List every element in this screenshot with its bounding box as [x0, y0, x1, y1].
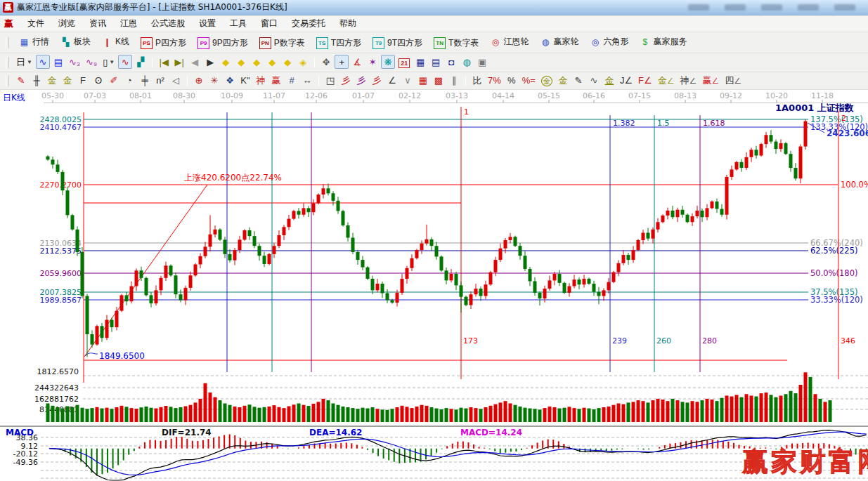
toolbar-parallel-lines-tool[interactable]: ∥ [447, 74, 461, 88]
menu-item-0[interactable]: 文件 [20, 17, 51, 29]
toolbar-v-lines-tool[interactable]: ∨ [401, 74, 415, 88]
toolbar-mirror-angle-tool[interactable]: ◁ [169, 74, 183, 88]
toolbar-fan-grid-tool[interactable]: 彡 [370, 74, 384, 88]
toolbar-last-page-button[interactable]: ▶| [172, 55, 186, 69]
toolbar-red-wave-tool[interactable]: ∿ [118, 55, 132, 69]
candle-style-dropdown-dropdown-arrow-icon[interactable]: ▼ [109, 59, 115, 65]
toolbar-span-arrow-tool[interactable]: ↔ [300, 74, 314, 88]
toolbar-feature-hexagon[interactable]: ◎六角形 [584, 34, 634, 50]
toolbar-percent-tool[interactable]: % [505, 74, 519, 88]
toolbar-feature-p-table[interactable]: PNP数字表 [254, 35, 311, 51]
menu-item-8[interactable]: 交易委托 [285, 17, 332, 29]
menu-item-4[interactable]: 公式选股 [144, 17, 192, 29]
toolbar-analysis-tool[interactable]: ❋ [381, 55, 395, 69]
toolbar-feature-gann-wheel[interactable]: ◎江恩轮 [484, 34, 534, 50]
toolbar-angle-lines-tool[interactable]: ∠ [385, 74, 399, 88]
period-day-dropdown-dropdown-arrow-icon[interactable]: ▼ [27, 59, 32, 65]
toolbar-feature-winner-service[interactable]: $赢家服务 [634, 34, 692, 50]
toolbar-time-cycle-tool[interactable]: ◔ [122, 74, 136, 88]
toolbar-grid-star-tool[interactable]: ❖ [223, 74, 237, 88]
menu-item-2[interactable]: 资讯 [82, 17, 113, 29]
toolbar-gold-angle-tool[interactable]: 金∠ [656, 74, 677, 88]
toolbar-tick-scale-tool[interactable]: ╪ [138, 74, 152, 88]
toolbar-gann-arrow-left[interactable]: ◆ [219, 55, 233, 69]
toolbar-wave9-tool[interactable]: ∿₉ [84, 55, 99, 69]
toolbar-fan-box-tool[interactable]: 彡 [354, 74, 368, 88]
toolbar-feature-t-square[interactable]: TST四方形 [311, 35, 367, 51]
toolbar-gann-compress[interactable]: ◆ [265, 55, 279, 69]
toolbar-number-grid-tool[interactable]: # [285, 74, 299, 88]
menu-item-3[interactable]: 江恩 [113, 17, 144, 29]
toolbar-feature-kline[interactable]: ❙K线 [96, 34, 135, 50]
menu-item-7[interactable]: 窗口 [254, 17, 285, 29]
toolbar-prev-button[interactable]: ◀ [188, 55, 202, 69]
toolbar-fib-f-tool[interactable]: F [76, 74, 90, 88]
toolbar-feature-p-square[interactable]: PSP四方形 [135, 35, 192, 51]
toolbar-ying-angle-tool[interactable]: 赢∠ [700, 74, 721, 88]
toolbar-feature-sectors[interactable]: ▚板块 [55, 34, 96, 50]
menu-item-1[interactable]: 浏览 [51, 17, 82, 29]
toolbar-grid-scale-tool[interactable]: ╫ [30, 74, 44, 88]
toolbar-save-tool[interactable]: ◘ [444, 55, 458, 69]
toolbar-red-grid-arrow-tool[interactable]: ▩ [432, 74, 446, 88]
toolbar-si-angle-tool[interactable]: 四∠ [723, 74, 744, 88]
toolbar-hand-tool[interactable]: ✥ [319, 55, 333, 69]
toolbar-next-button[interactable]: ▶ [203, 55, 217, 69]
toolbar-j-angle-tool[interactable]: J∠ [618, 74, 635, 88]
toolbar-gold-circle-tool[interactable]: 金 [539, 74, 555, 88]
toolbar-feature-9p-square[interactable]: P99P四方形 [192, 35, 254, 51]
macd-title[interactable]: MACD [6, 428, 34, 437]
toolbar-feature-quotes[interactable]: ▦行情 [13, 34, 55, 50]
toolbar-zigzag-tool[interactable]: ∿ [36, 55, 50, 69]
toolbar-grip[interactable] [6, 57, 9, 68]
toolbar-web-tool[interactable]: ◍ [460, 55, 474, 69]
toolbar-black-pencil-tool[interactable]: ✎ [571, 74, 585, 88]
toolbar-gann-expand[interactable]: ◆ [280, 55, 294, 69]
toolbar-ying-tool[interactable]: 赢 [269, 74, 283, 88]
toolbar-profile-histogram-tool[interactable]: ▞ [134, 55, 148, 69]
toolbar-f10-info[interactable]: ▤ [51, 55, 65, 69]
toolbar-gann-center[interactable]: ◈ [296, 55, 310, 69]
toolbar-box-range-tool[interactable]: ◳ [323, 74, 337, 88]
toolbar-grip[interactable] [6, 37, 9, 48]
toolbar-gold-grid-tool[interactable]: 金 [45, 74, 59, 88]
toolbar-percent-7-tool[interactable]: 7% [486, 74, 503, 88]
menu-item-9[interactable]: 帮助 [332, 17, 363, 29]
toolbar-feature-t-table[interactable]: TNT数字表 [428, 35, 484, 51]
toolbar-shen-tool[interactable]: 神 [254, 74, 268, 88]
toolbar-feature-winner-wheel[interactable]: ◍赢家轮 [534, 34, 584, 50]
toolbar-gold-line-tool[interactable]: 金 [556, 74, 570, 88]
toolbar-spiral-tool[interactable]: ʘ [91, 74, 105, 88]
toolbar-red-pencil-tool[interactable]: ✎ [14, 74, 28, 88]
toolbar-gold-grid2-tool[interactable]: 金 [60, 74, 75, 88]
kline-chart-area[interactable]: 05-3007-0308-0108-3010-0911-0712-0601-07… [0, 90, 868, 481]
toolbar-red-grid-tool[interactable]: ▦ [416, 74, 430, 88]
toolbar-wave3-tool[interactable]: ∿₃ [67, 55, 82, 69]
toolbar-percent-line-tool[interactable]: %= [520, 74, 538, 88]
toolbar-calculator-tool[interactable]: ▦ [413, 55, 427, 69]
toolbar-shape-tool[interactable]: ✶ [365, 55, 380, 69]
toolbar-star-cycle-tool[interactable]: ✳ [207, 74, 221, 88]
toolbar-memo-tool[interactable]: ▤ [429, 55, 443, 69]
menu-item-5[interactable]: 设置 [192, 17, 223, 29]
toolbar-gold-underline-tool[interactable]: 金 [602, 74, 616, 88]
toolbar-measure-pencil-tool[interactable]: ✐ [107, 74, 121, 88]
toolbar-calendar-tool[interactable]: 21 [396, 56, 412, 70]
title-bar[interactable]: 赢 赢家江恩专业版[赢家内部服务平台] - [上证指数 SH1A0001-376… [0, 0, 868, 15]
toolbar-angle-tool[interactable]: ∡ [350, 55, 364, 69]
toolbar-n-square-tool[interactable]: n² [153, 74, 167, 88]
toolbar-feature-9t-square[interactable]: T99T四方形 [367, 35, 428, 51]
toolbar-grip[interactable] [6, 75, 9, 86]
toolbar-crosshair-tool[interactable]: + [335, 55, 349, 69]
toolbar-k-label-tool[interactable]: K" [238, 74, 252, 88]
toolbar-gann-arrow-h[interactable]: ◆ [250, 55, 264, 69]
toolbar-target-circle-tool[interactable]: ⊕ [192, 74, 206, 88]
toolbar-period-day-dropdown[interactable]: 日▼ [14, 55, 34, 70]
toolbar-gann-fan-tool[interactable]: 彡 [339, 74, 353, 88]
toolbar-wave-box-tool[interactable]: ∿ [587, 74, 601, 88]
toolbar-shen-angle-tool[interactable]: 神∠ [678, 74, 699, 88]
toolbar-terminal-tool[interactable]: ▣ [475, 55, 489, 69]
toolbar-compare-scale-tool[interactable]: 比 [470, 74, 484, 88]
toolbar-gann-arrow-right[interactable]: ◆ [234, 55, 248, 69]
toolbar-first-page-button[interactable]: |◀ [157, 55, 171, 69]
